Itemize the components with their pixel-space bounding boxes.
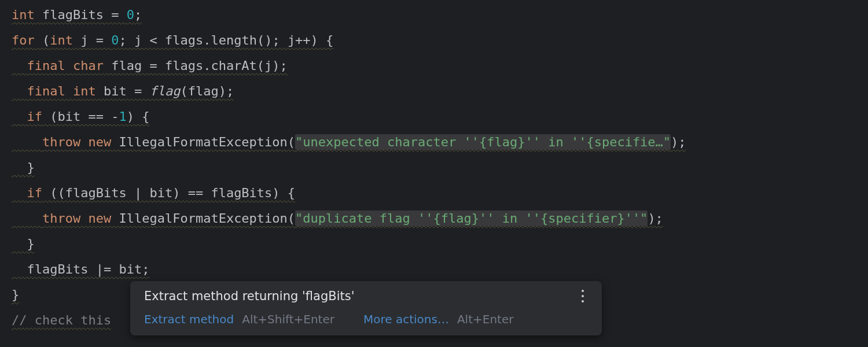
action-label: Extract method (144, 312, 234, 326)
code-line[interactable]: } (0, 155, 868, 180)
code-line[interactable]: flagBits |= bit; (0, 257, 868, 282)
action-shortcut: Alt+Enter (457, 312, 514, 326)
code-line[interactable]: for (int j = 0; j < flags.length(); j++)… (0, 28, 868, 53)
action-shortcut: Alt+Shift+Enter (242, 312, 334, 326)
extract-method-action[interactable]: Extract method Alt+Shift+Enter (144, 312, 334, 326)
code-line[interactable]: final int bit = flag(flag); (0, 79, 868, 104)
more-actions[interactable]: More actions… Alt+Enter (363, 312, 513, 326)
code-line[interactable]: } (0, 231, 868, 257)
code-line[interactable]: if ((flagBits | bit) == flagBits) { (0, 180, 868, 206)
code-line[interactable]: throw new IllegalFormatException("duplic… (0, 206, 868, 231)
code-line[interactable]: int flagBits = 0; (0, 2, 868, 28)
code-line[interactable]: if (bit == -1) { (0, 104, 868, 130)
popup-title: Extract method returning 'flagBits' (144, 289, 354, 303)
action-label: More actions… (363, 312, 449, 326)
more-options-icon[interactable] (578, 290, 588, 302)
code-line[interactable]: throw new IllegalFormatException("unexpe… (0, 130, 868, 155)
intention-popup: Extract method returning 'flagBits' Extr… (130, 281, 602, 335)
code-line[interactable]: final char flag = flags.charAt(j); (0, 53, 868, 79)
